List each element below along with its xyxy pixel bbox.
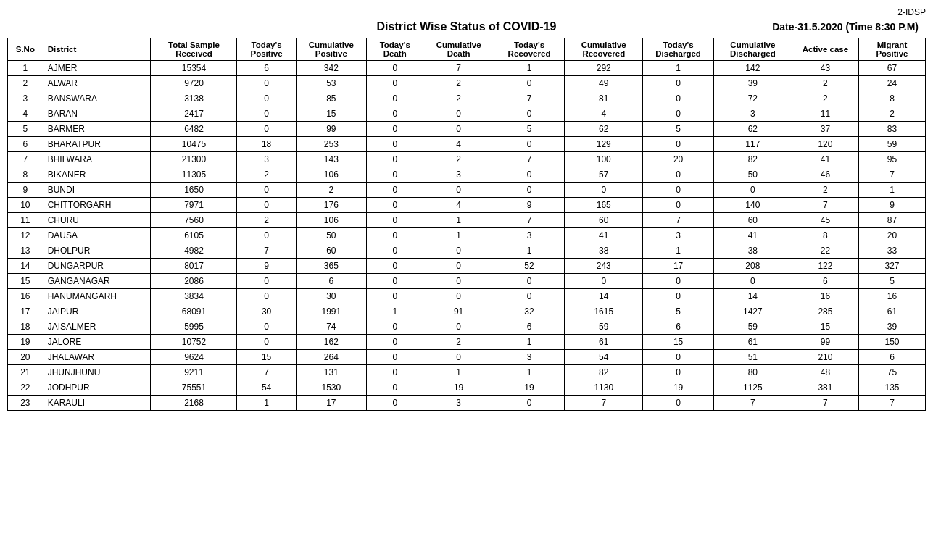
cell-today-death: 0 <box>367 167 423 183</box>
cell-active: 48 <box>792 365 858 380</box>
cell-today-dis: 0 <box>643 183 713 198</box>
cell-active: 37 <box>792 122 858 137</box>
cell-today-dis: 0 <box>643 167 713 183</box>
col-header-cum-pos: Cumulative Positive <box>296 38 366 61</box>
cell-total: 10475 <box>151 137 237 152</box>
cell-today-dis: 0 <box>643 91 713 106</box>
cell-sno: 22 <box>8 380 43 396</box>
cell-cum-dis: 62 <box>713 122 792 137</box>
cell-cum-pos: 365 <box>296 259 366 274</box>
table-row: 23KARAULI216811703070777 <box>8 396 926 411</box>
cell-today-pos: 0 <box>237 122 296 137</box>
cell-today-dis: 5 <box>643 304 713 319</box>
cell-total: 3138 <box>151 91 237 106</box>
cell-cum-pos: 74 <box>296 319 366 335</box>
cell-today-rec: 0 <box>494 183 564 198</box>
table-row: 13DHOLPUR4982760001381382233 <box>8 243 926 259</box>
cell-today-death: 0 <box>367 106 423 122</box>
cell-sno: 12 <box>8 228 43 243</box>
table-row: 6BHARATPUR1047518253040129011712059 <box>8 137 926 152</box>
cell-today-pos: 7 <box>237 243 296 259</box>
cell-cum-rec: 1130 <box>565 380 643 396</box>
table-row: 7BHILWARA21300314302710020824195 <box>8 152 926 167</box>
table-row: 16HANUMANGARH3834030000140141616 <box>8 289 926 304</box>
cell-migrant: 87 <box>858 213 925 228</box>
cell-total: 21300 <box>151 152 237 167</box>
table-row: 12DAUSA610505001341341820 <box>8 228 926 243</box>
cell-cum-pos: 30 <box>296 289 366 304</box>
table-row: 2ALWAR972005302049039224 <box>8 76 926 91</box>
cell-migrant: 59 <box>858 137 925 152</box>
cell-migrant: 83 <box>858 122 925 137</box>
cell-cum-dis: 208 <box>713 259 792 274</box>
col-header-active: Active case <box>792 38 858 61</box>
cell-today-pos: 0 <box>237 198 296 213</box>
cell-today-pos: 0 <box>237 183 296 198</box>
cell-today-death: 0 <box>367 137 423 152</box>
cell-total: 8017 <box>151 259 237 274</box>
cell-district: AJMER <box>43 61 151 76</box>
cell-today-pos: 3 <box>237 152 296 167</box>
cell-active: 8 <box>792 228 858 243</box>
cell-today-dis: 20 <box>643 152 713 167</box>
cell-today-death: 0 <box>367 152 423 167</box>
cell-cum-pos: 253 <box>296 137 366 152</box>
cell-sno: 7 <box>8 152 43 167</box>
cell-cum-death: 3 <box>423 396 494 411</box>
cell-today-rec: 3 <box>494 350 564 365</box>
cell-today-dis: 0 <box>643 137 713 152</box>
table-row: 5BARMER6482099005625623783 <box>8 122 926 137</box>
cell-cum-rec: 82 <box>565 365 643 380</box>
cell-active: 285 <box>792 304 858 319</box>
cell-today-pos: 0 <box>237 319 296 335</box>
table-row: 17JAIPUR680913019911913216155142728561 <box>8 304 926 319</box>
cell-cum-dis: 142 <box>713 61 792 76</box>
cell-sno: 15 <box>8 274 43 289</box>
cell-today-dis: 0 <box>643 350 713 365</box>
cell-cum-death: 7 <box>423 61 494 76</box>
cell-total: 2417 <box>151 106 237 122</box>
cell-today-dis: 1 <box>643 61 713 76</box>
cell-cum-pos: 53 <box>296 76 366 91</box>
cell-today-rec: 0 <box>494 289 564 304</box>
cell-today-pos: 6 <box>237 61 296 76</box>
cell-total: 5995 <box>151 319 237 335</box>
cell-active: 2 <box>792 183 858 198</box>
cell-district: KARAULI <box>43 396 151 411</box>
cell-active: 6 <box>792 274 858 289</box>
cell-cum-dis: 1125 <box>713 380 792 396</box>
cell-cum-pos: 99 <box>296 122 366 137</box>
cell-today-pos: 0 <box>237 335 296 350</box>
cell-today-dis: 0 <box>643 289 713 304</box>
cell-district: DUNGARPUR <box>43 259 151 274</box>
cell-cum-rec: 100 <box>565 152 643 167</box>
cell-today-death: 0 <box>367 213 423 228</box>
cell-today-rec: 52 <box>494 259 564 274</box>
cell-district: BARMER <box>43 122 151 137</box>
cell-sno: 8 <box>8 167 43 183</box>
cell-cum-dis: 0 <box>713 183 792 198</box>
cell-sno: 16 <box>8 289 43 304</box>
cell-cum-death: 2 <box>423 76 494 91</box>
cell-sno: 1 <box>8 61 43 76</box>
cell-today-pos: 1 <box>237 396 296 411</box>
cell-active: 46 <box>792 167 858 183</box>
cell-migrant: 67 <box>858 61 925 76</box>
cell-cum-rec: 14 <box>565 289 643 304</box>
cell-active: 120 <box>792 137 858 152</box>
cell-total: 7560 <box>151 213 237 228</box>
cell-cum-pos: 106 <box>296 167 366 183</box>
cell-cum-pos: 17 <box>296 396 366 411</box>
table-row: 3BANSWARA31380850278107228 <box>8 91 926 106</box>
cell-sno: 19 <box>8 335 43 350</box>
cell-today-death: 0 <box>367 198 423 213</box>
cell-active: 7 <box>792 198 858 213</box>
cell-today-pos: 0 <box>237 76 296 91</box>
cell-cum-death: 2 <box>423 152 494 167</box>
cell-cum-dis: 14 <box>713 289 792 304</box>
cell-total: 9211 <box>151 365 237 380</box>
cell-active: 22 <box>792 243 858 259</box>
table-row: 21JHUNJHUNU92117131011820804875 <box>8 365 926 380</box>
cell-sno: 23 <box>8 396 43 411</box>
table-row: 19JALORE10752016202161156199150 <box>8 335 926 350</box>
